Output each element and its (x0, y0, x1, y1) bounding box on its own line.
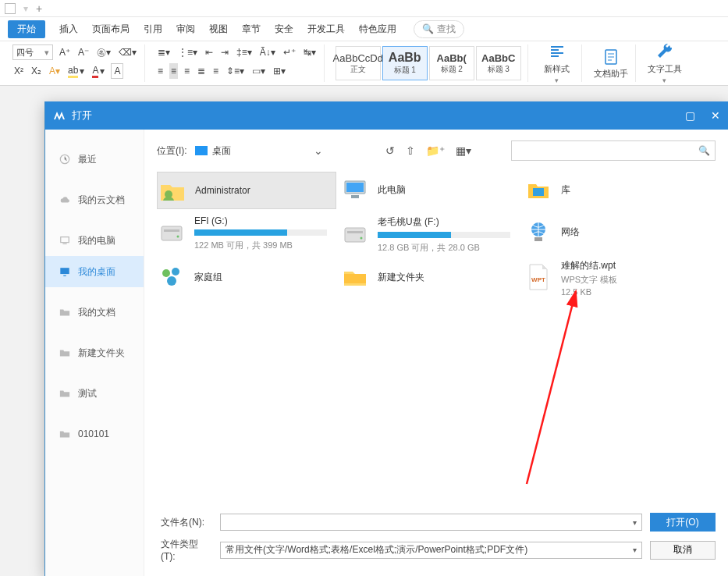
search-input[interactable]: 🔍 (511, 140, 716, 161)
align-right-icon[interactable]: ≡ (183, 63, 191, 79)
style-heading2[interactable]: AaBb(标题 2 (429, 46, 474, 80)
dialog-title: 打开 (72, 108, 92, 123)
desktop-icon (195, 146, 208, 155)
show-marks-icon[interactable]: ↵⁺ (282, 44, 297, 60)
filename-input[interactable] (220, 514, 642, 531)
clear-format-icon[interactable]: ⌫▾ (117, 44, 138, 60)
item-administrator[interactable]: Administrator (157, 172, 336, 209)
menu-view[interactable]: 视图 (209, 23, 228, 36)
filetype-select[interactable]: 常用文件(文字/Word格式;表格/Excel格式;演示/PowerPoint格… (220, 542, 642, 559)
folder-icon (59, 428, 70, 439)
indent-dec-icon[interactable]: ⇤ (204, 44, 215, 60)
item-newfolder[interactable]: 新建文件夹 (340, 262, 520, 292)
sidebar-item-documents[interactable]: 我的文档 (45, 297, 144, 328)
style-normal[interactable]: AaBbCcDd正文 (336, 46, 381, 80)
indent-inc-icon[interactable]: ⇥ (219, 44, 230, 60)
sidebar-item-desktop[interactable]: 我的桌面 (45, 256, 144, 287)
item-efi-drive[interactable]: EFI (G:) 122 MB 可用，共 399 MB (157, 215, 336, 251)
align-left-icon[interactable]: ≡ (156, 63, 165, 79)
svg-rect-9 (162, 226, 182, 240)
menu-references[interactable]: 引用 (144, 23, 162, 36)
borders-icon[interactable]: ⊞▾ (272, 63, 287, 79)
new-folder-icon[interactable]: 📁⁺ (426, 144, 445, 157)
align-center-icon[interactable]: ≡ (169, 63, 178, 79)
sidebar-item-test[interactable]: 测试 (45, 378, 144, 409)
paragraph-group: ≣▾ ⋮≡▾ ⇤ ⇥ ‡≡▾ Ã↓▾ ↵⁺ ↹▾ ≡ ≡ ≡ ≣ ≡ ⇕≡▾ ▭… (150, 44, 325, 82)
svg-rect-8 (533, 188, 544, 196)
style-heading3[interactable]: AaBbC标题 3 (476, 46, 521, 80)
bullets-icon[interactable]: ≣▾ (156, 44, 172, 60)
distribute-icon[interactable]: ≡ (211, 63, 220, 79)
cancel-button[interactable]: 取消 (650, 541, 716, 560)
new-tab-button[interactable]: + (36, 2, 42, 15)
svg-point-18 (172, 268, 179, 276)
tabs-icon[interactable]: ↹▾ (302, 44, 318, 60)
menu-start[interactable]: 开始 (8, 20, 45, 38)
menu-security[interactable]: 安全 (275, 23, 293, 36)
close-icon[interactable]: ✕ (711, 109, 720, 122)
superscript-icon[interactable]: X² (12, 63, 25, 79)
open-button[interactable]: 打开(O) (650, 513, 716, 532)
location-value: 桌面 (212, 144, 231, 158)
line-height-icon[interactable]: ⇕≡▾ (225, 63, 246, 79)
char-shading-icon[interactable]: A (111, 63, 123, 79)
library-icon (524, 175, 553, 204)
font-size-select[interactable]: 四号▾ (12, 44, 53, 60)
menu-special[interactable]: 特色应用 (359, 23, 396, 36)
item-library[interactable]: 库 (524, 175, 703, 204)
sidebar-item-label: 我的云文档 (78, 194, 125, 207)
align-justify-icon[interactable]: ≣ (196, 63, 207, 79)
dialog-toolbar: 位置(I): 桌面 ⌄ ↺ ⇧ 📁⁺ ▦▾ 🔍 (157, 139, 716, 162)
desktop-icon (59, 266, 70, 277)
menu-review[interactable]: 审阅 (176, 23, 195, 36)
sidebar-item-recent[interactable]: 最近 (45, 144, 144, 175)
change-case-icon[interactable]: ㊔▾ (95, 44, 112, 60)
view-icon[interactable]: ▦▾ (456, 144, 471, 157)
svg-point-11 (177, 236, 179, 238)
sidebar-item-cloud[interactable]: 我的云文档 (45, 184, 144, 215)
back-icon[interactable]: ↺ (385, 144, 395, 157)
decrease-font-icon[interactable]: A⁻ (76, 44, 91, 60)
subscript-icon[interactable]: X₂ (30, 63, 43, 79)
location-select[interactable]: 桌面 ⌄ (195, 144, 375, 158)
maximize-icon[interactable]: ▢ (685, 109, 695, 122)
menu-search-label: 查找 (437, 23, 456, 36)
text-effect-icon[interactable]: A▾ (48, 63, 62, 79)
menu-insert[interactable]: 插入 (59, 23, 78, 36)
item-this-pc[interactable]: 此电脑 (340, 175, 520, 204)
filename-label: 文件名(N): (161, 516, 212, 529)
sidebar-item-pc[interactable]: 我的电脑 (45, 225, 144, 256)
highlight-icon[interactable]: ab▾ (66, 63, 86, 79)
sort-icon[interactable]: Ã↓▾ (258, 44, 277, 60)
tab-icon[interactable] (5, 3, 16, 14)
text-tools-button[interactable]: 文字工具▾ (647, 43, 683, 84)
menu-chapter[interactable]: 章节 (242, 23, 261, 36)
svg-rect-16 (534, 237, 542, 241)
search-icon: 🔍 (698, 145, 710, 156)
open-dialog: 打开 ▢ ✕ 最近 我的云文档 我的电脑 我的桌面 (44, 101, 728, 576)
numbering-icon[interactable]: ⋮≡▾ (176, 44, 199, 60)
line-spacing-icon[interactable]: ‡≡▾ (235, 44, 254, 60)
sidebar-item-010101[interactable]: 010101 (45, 418, 144, 450)
font-group: 四号▾ A⁺ A⁻ ㊔▾ ⌫▾ X² X₂ A▾ ab▾ A▾ A (6, 44, 145, 82)
item-homegroup[interactable]: 家庭组 (157, 262, 336, 292)
svg-text:WPT: WPT (531, 276, 545, 283)
doc-assist-group: 文档助手 (587, 44, 636, 82)
up-icon[interactable]: ⇧ (406, 144, 415, 157)
item-udisk[interactable]: 老毛桃U盘 (F:) 12.8 GB 可用，共 28.0 GB (340, 215, 520, 254)
font-color-icon[interactable]: A▾ (91, 63, 106, 79)
sidebar-item-label: 最近 (78, 153, 97, 166)
new-style-button[interactable]: 新样式▾ (539, 43, 575, 84)
item-wpt-file[interactable]: WPT 难解的结.wpt WPS文字 模板 12.5 KB (524, 259, 703, 297)
sidebar-item-newfolder[interactable]: 新建文件夹 (45, 337, 144, 368)
shading-icon[interactable]: ▭▾ (250, 63, 267, 79)
style-heading1[interactable]: AaBb标题 1 (382, 46, 428, 80)
menu-search[interactable]: 🔍 查找 (414, 20, 464, 38)
menu-page-layout[interactable]: 页面布局 (92, 23, 130, 36)
menu-devtools[interactable]: 开发工具 (307, 23, 345, 36)
svg-point-14 (360, 236, 363, 239)
item-network[interactable]: 网络 (524, 217, 703, 247)
doc-assistant-button[interactable]: 文档助手 (593, 48, 629, 80)
user-folder-icon (158, 176, 187, 205)
increase-font-icon[interactable]: A⁺ (58, 44, 72, 60)
